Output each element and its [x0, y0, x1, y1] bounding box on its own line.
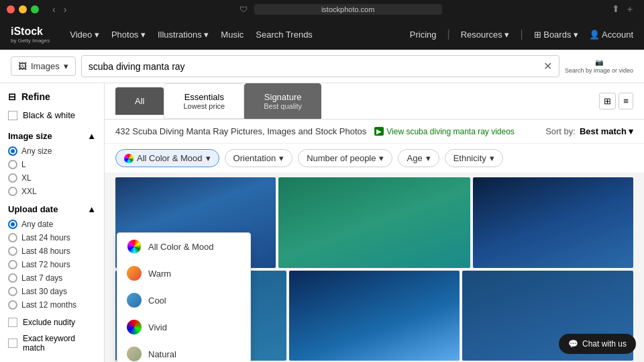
natural-swatch — [127, 347, 142, 361]
nav-right: Pricing | Resources ▾ | ⊞ Boards ▾ 👤 Acc… — [410, 28, 633, 40]
date-12m-radio[interactable] — [8, 300, 17, 310]
camera-icon: 📷 — [595, 58, 603, 66]
chip-chevron-icon: ▾ — [206, 153, 211, 163]
chat-button[interactable]: 💬 Chat with us — [559, 334, 636, 354]
sort-label: Sort by: — [545, 126, 576, 136]
size-l[interactable]: L — [8, 160, 96, 169]
bw-checkbox[interactable] — [8, 111, 17, 120]
tab-essentials[interactable]: Essentials Lowest price — [164, 83, 244, 119]
dropdown-chevron-icon: ▾ — [64, 61, 68, 71]
date-30d[interactable]: Last 30 days — [8, 287, 96, 296]
nav-photos[interactable]: Photos ▾ — [111, 30, 146, 40]
nav-divider2: | — [520, 28, 523, 40]
logo[interactable]: iStock by Getty Images — [11, 26, 50, 44]
size-xxl-radio[interactable] — [8, 187, 17, 196]
list-view-button[interactable]: ≡ — [619, 93, 633, 109]
size-xl[interactable]: XL — [8, 173, 96, 183]
tab-signature[interactable]: Signature Best quality — [244, 83, 321, 119]
dropdown-item-all[interactable]: All Color & Mood — [117, 233, 250, 260]
date-any-radio[interactable] — [8, 220, 17, 229]
nav-video[interactable]: Video ▾ — [70, 30, 99, 40]
close-window-btn[interactable] — [7, 5, 15, 13]
date-24h-radio[interactable] — [8, 233, 17, 242]
filter-chips-row: All Color & Mood ▾ Orientation ▾ Number … — [105, 144, 644, 173]
minimize-window-btn[interactable] — [19, 5, 27, 13]
image-size-title: Image size — [8, 131, 52, 141]
new-tab-icon[interactable]: ＋ — [625, 3, 635, 15]
image-size-header[interactable]: Image size ▲ — [8, 131, 96, 141]
upload-date-header[interactable]: Upload date ▲ — [8, 204, 96, 214]
color-mood-chip[interactable]: All Color & Mood ▾ — [115, 149, 219, 167]
date-7d[interactable]: Last 7 days — [8, 273, 96, 283]
size-any-radio[interactable] — [8, 146, 17, 156]
people-chevron-icon: ▾ — [379, 153, 384, 163]
ethnicity-chevron-icon: ▾ — [490, 153, 494, 163]
people-chip[interactable]: Number of people ▾ — [298, 149, 392, 167]
orientation-chip[interactable]: Orientation ▾ — [225, 149, 293, 167]
video-icon: ▶ — [374, 127, 384, 136]
ethnicity-chip[interactable]: Ethnicity ▾ — [445, 149, 503, 167]
warm-swatch — [127, 266, 142, 281]
exact-keyword-option[interactable]: Exact keyword match — [8, 334, 96, 353]
resources-link[interactable]: Resources ▾ — [461, 30, 510, 40]
content-type-label: Images — [31, 61, 60, 71]
size-xl-radio[interactable] — [8, 173, 17, 183]
search-input[interactable] — [89, 61, 543, 72]
clear-search-button[interactable]: ✕ — [543, 60, 552, 73]
date-12m[interactable]: Last 12 months — [8, 300, 96, 310]
exact-keyword-checkbox[interactable] — [8, 338, 17, 348]
image-2[interactable] — [278, 177, 471, 268]
exclude-nudity-checkbox[interactable] — [8, 318, 17, 327]
bw-label: Black & white — [23, 110, 75, 120]
back-button[interactable]: ‹ — [50, 4, 58, 15]
share-icon[interactable]: ⬆ — [612, 3, 620, 15]
address-bar[interactable]: istockphoto.com — [254, 4, 442, 15]
age-chip[interactable]: Age ▾ — [398, 149, 439, 167]
forward-button[interactable]: › — [61, 4, 70, 15]
date-7d-radio[interactable] — [8, 273, 17, 283]
security-icon: 🛡 — [239, 5, 248, 14]
nav-music[interactable]: Music — [221, 30, 244, 40]
search-bar: 🖼 Images ▾ ✕ 📷 Search by image or video — [0, 50, 644, 83]
grid-view-button[interactable]: ⊞ — [599, 93, 616, 109]
size-l-radio[interactable] — [8, 160, 17, 169]
nav-illustrations[interactable]: Illustrations ▾ — [158, 30, 209, 40]
video-link[interactable]: ▶ View scuba diving manta ray videos — [374, 127, 515, 136]
tabs-bar: All Essentials Lowest price Signature Be… — [105, 83, 644, 120]
date-48h[interactable]: Last 48 hours — [8, 246, 96, 256]
boards-link[interactable]: ⊞ Boards ▾ — [534, 30, 578, 40]
upload-date-title: Upload date — [8, 204, 58, 214]
image-3[interactable] — [473, 177, 633, 268]
refine-toggle[interactable]: ⊟ Refine — [8, 91, 96, 102]
sidebar-bottom: Exclude nudity Exact keyword match — [8, 318, 96, 353]
content-type-dropdown[interactable]: 🖼 Images ▾ — [11, 56, 76, 76]
date-any[interactable]: Any date — [8, 220, 96, 229]
dropdown-item-warm[interactable]: Warm — [117, 260, 250, 287]
date-48h-radio[interactable] — [8, 246, 17, 256]
dropdown-item-cool[interactable]: Cool — [117, 287, 250, 314]
search-by-image-button[interactable]: 📷 Search by image or video — [565, 58, 633, 74]
date-24h[interactable]: Last 24 hours — [8, 233, 96, 242]
pricing-link[interactable]: Pricing — [410, 30, 437, 40]
size-any[interactable]: Any size — [8, 146, 96, 156]
sort-dropdown[interactable]: Best match ▾ — [580, 126, 633, 136]
image-5[interactable] — [289, 271, 460, 361]
size-xxl[interactable]: XXL — [8, 187, 96, 196]
account-link[interactable]: 👤 Account — [589, 30, 633, 40]
address-bar-area: 🛡 istockphoto.com — [73, 4, 608, 15]
search-by-image-label: Search by image or video — [565, 67, 633, 74]
date-72h-radio[interactable] — [8, 260, 17, 269]
bw-filter[interactable]: Black & white — [8, 110, 96, 120]
result-count: 432 Scuba Diving Manta Ray Pictures, Ima… — [115, 126, 366, 136]
dropdown-item-vivid[interactable]: Vivid — [117, 314, 250, 341]
date-30d-radio[interactable] — [8, 287, 17, 296]
nav-search-trends[interactable]: Search Trends — [256, 30, 313, 40]
maximize-window-btn[interactable] — [31, 5, 39, 13]
exclude-nudity-option[interactable]: Exclude nudity — [8, 318, 96, 327]
dropdown-item-natural[interactable]: Natural — [117, 341, 250, 362]
sidebar: ⊟ Refine Black & white Image size ▲ Any … — [0, 83, 105, 362]
browser-nav: ‹ › — [50, 4, 69, 15]
date-72h[interactable]: Last 72 hours — [8, 260, 96, 269]
tab-all[interactable]: All — [115, 87, 164, 115]
image-size-section: Image size ▲ Any size L XL XXL — [8, 131, 96, 196]
